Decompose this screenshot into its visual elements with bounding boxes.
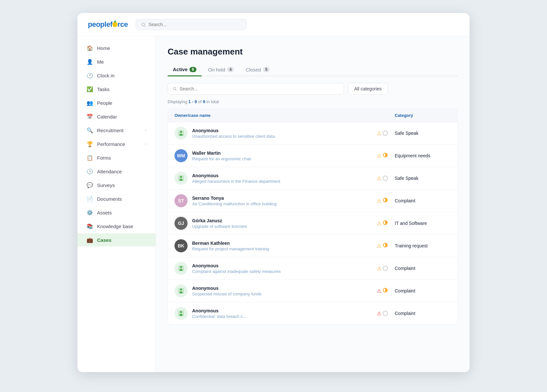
tab-closed[interactable]: Closed5 xyxy=(240,64,275,76)
tab-on-hold[interactable]: On hold4 xyxy=(203,64,239,76)
sidebar-item-tasks[interactable]: ✅Tasks xyxy=(77,83,156,96)
owner-info: AnonymousSuspected misuse of company fun… xyxy=(192,286,261,296)
warning-icon: ⚠ xyxy=(377,198,381,204)
case-search-input[interactable] xyxy=(179,86,339,91)
sidebar-item-clock-in[interactable]: 🕐Clock in xyxy=(77,69,156,82)
forms-icon: 📋 xyxy=(87,154,93,161)
surveys-icon: 💬 xyxy=(87,182,93,188)
empty-circle-icon xyxy=(383,131,388,136)
owner-cell: STSerrano TonyaAir Conditioning malfunct… xyxy=(174,194,373,207)
calendar-icon: 📅 xyxy=(87,113,93,120)
status-icons-cell: ⚠ xyxy=(373,197,392,204)
owner-info: AnonymousUnauthorized access to sensitiv… xyxy=(192,128,275,139)
owner-name: Anonymous xyxy=(192,308,246,313)
sidebar-item-performance[interactable]: 🏆Performance› xyxy=(77,137,156,150)
search-icon xyxy=(141,22,146,27)
anonymous-icon xyxy=(177,174,185,182)
warning-icon: ⚠ xyxy=(377,220,381,227)
sidebar-label-attendance: Attendance xyxy=(97,169,122,174)
people-icon: 👥 xyxy=(87,100,93,106)
sidebar-item-cases[interactable]: 💼Cases xyxy=(77,233,156,246)
owner-info: AnonymousComplaint against inadequate sa… xyxy=(192,263,281,274)
category-cell: Safe Speak xyxy=(392,131,451,136)
warning-icon: ⚠ xyxy=(377,310,381,317)
case-name: Request for project management training xyxy=(192,246,269,251)
filters-row: All categories xyxy=(168,83,458,95)
table-row[interactable]: GJGórka JanuszUpgrade of software licens… xyxy=(168,212,457,235)
owner-name: Anonymous xyxy=(192,263,281,268)
case-name: Complaint against inadequate safety meas… xyxy=(192,269,281,274)
sidebar-item-forms[interactable]: 📋Forms xyxy=(77,151,156,164)
half-circle-svg xyxy=(383,288,388,293)
category-cell: Complaint xyxy=(392,288,451,293)
half-circle-svg xyxy=(383,152,388,158)
chevron-right-icon: › xyxy=(145,128,146,133)
tabs-bar: Active9On hold4Closed5 xyxy=(168,63,458,76)
table-row[interactable]: AnonymousComplaint against inadequate sa… xyxy=(168,257,457,280)
case-name: Upgrade of software licenses xyxy=(192,224,247,229)
table-row[interactable]: AnonymousUnauthorized access to sensitiv… xyxy=(168,122,457,145)
half-circle-icon xyxy=(383,197,388,204)
table-row[interactable]: AnonymousSuspected misuse of company fun… xyxy=(168,280,457,302)
logo-orbit-icon xyxy=(112,22,118,27)
svg-point-15 xyxy=(180,266,182,268)
sidebar-item-calendar[interactable]: 📅Calendar xyxy=(77,110,156,123)
logo-f: f xyxy=(110,20,112,29)
owner-cell: BKBerman KathleenRequest for project man… xyxy=(174,239,373,252)
case-search-box[interactable] xyxy=(168,83,344,95)
category-filter-button[interactable]: All categories xyxy=(348,83,388,95)
table-row[interactable]: STSerrano TonyaAir Conditioning malfunct… xyxy=(168,190,457,212)
logo-people-text: people xyxy=(88,20,110,29)
half-circle-svg xyxy=(383,220,388,225)
svg-point-18 xyxy=(180,289,182,290)
cases-icon: 💼 xyxy=(87,237,93,243)
status-icons-cell: ⚠ xyxy=(373,288,392,294)
half-circle-svg xyxy=(383,243,388,248)
owner-name: Waller Martin xyxy=(192,150,251,156)
sidebar-item-recruitment[interactable]: 🔍Recruitment› xyxy=(77,124,156,137)
sidebar-item-assets[interactable]: ⚙️Assets xyxy=(77,206,156,219)
sidebar-item-people[interactable]: 👥People xyxy=(77,96,156,109)
tab-badge-on-hold: 4 xyxy=(227,67,234,72)
sidebar-item-home[interactable]: 🏠Home xyxy=(77,41,156,55)
avatar: BK xyxy=(174,239,188,252)
owner-name: Serrano Tonya xyxy=(192,196,276,201)
sidebar-item-attendance[interactable]: 🕒Attendance xyxy=(77,165,156,178)
global-search-input[interactable] xyxy=(148,22,241,27)
table-row[interactable]: AnonymousConfidential: data breach c...⚠… xyxy=(168,302,457,324)
half-circle-svg xyxy=(383,197,388,203)
table-row[interactable]: BKBerman KathleenRequest for project man… xyxy=(168,235,457,257)
sidebar-label-recruitment: Recruitment xyxy=(97,128,124,133)
status-icons-cell: ⚠ xyxy=(373,265,392,272)
table-row[interactable]: AnonymousAlleged harassment in the Finan… xyxy=(168,167,457,190)
owner-info: Berman KathleenRequest for project manag… xyxy=(192,241,269,251)
anonymous-icon xyxy=(177,129,185,137)
sidebar-label-home: Home xyxy=(97,45,110,51)
sidebar-item-surveys[interactable]: 💬Surveys xyxy=(77,179,156,192)
global-search-bar[interactable] xyxy=(136,19,247,30)
top-bar: peoplefrce xyxy=(77,13,470,36)
sidebar-item-me[interactable]: 👤Me xyxy=(77,55,156,68)
svg-point-19 xyxy=(179,291,183,293)
tab-label-closed: Closed xyxy=(246,67,261,72)
category-cell: Training request xyxy=(392,243,451,248)
anonymous-icon xyxy=(177,309,185,317)
status-icons-cell: ⚠ xyxy=(373,310,392,317)
search-icon xyxy=(173,86,177,91)
owner-cell: AnonymousUnauthorized access to sensitiv… xyxy=(174,127,373,140)
tab-active[interactable]: Active9 xyxy=(168,63,202,76)
assets-icon: ⚙️ xyxy=(87,209,93,216)
anonymous-icon xyxy=(177,287,185,295)
table-row[interactable]: WMWaller MartinRequest for an ergonomic … xyxy=(168,145,457,167)
owner-name: Anonymous xyxy=(192,173,280,178)
sidebar-item-knowledge-base[interactable]: 📚Knowledge base xyxy=(77,220,156,233)
sidebar-label-cases: Cases xyxy=(97,237,111,243)
logo-rce: rce xyxy=(118,20,128,29)
tab-label-active: Active xyxy=(173,67,188,72)
avatar xyxy=(174,172,188,185)
avatar xyxy=(174,284,188,297)
clock-in-icon: 🕐 xyxy=(87,72,93,79)
sidebar-label-me: Me xyxy=(97,59,104,65)
category-cell: Equipment needs xyxy=(392,153,451,158)
sidebar-item-documents[interactable]: 📄Documents xyxy=(77,192,156,205)
